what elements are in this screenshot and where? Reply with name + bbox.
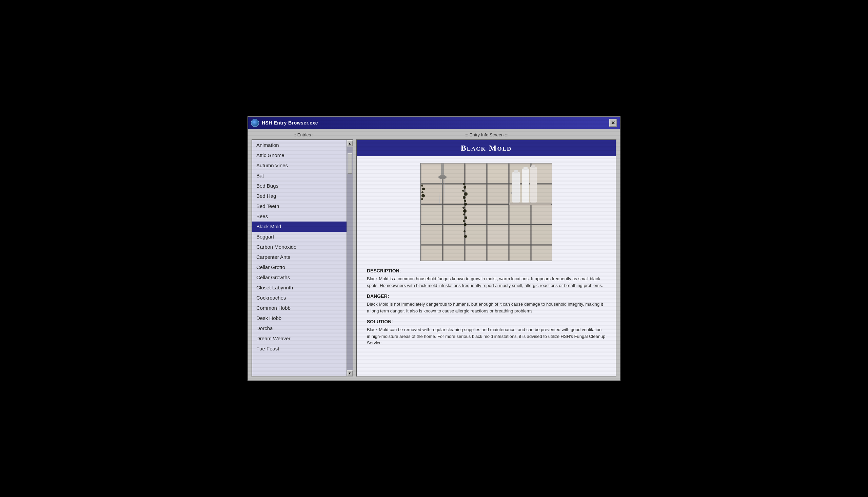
- list-item[interactable]: Attic Gnome: [252, 150, 347, 160]
- entries-list: AnimationAttic GnomeAutumn VinesBatBed B…: [252, 140, 347, 354]
- list-item[interactable]: Fae Feast: [252, 344, 347, 354]
- close-button[interactable]: ✕: [609, 119, 617, 127]
- svg-point-41: [462, 190, 464, 192]
- svg-rect-35: [444, 246, 464, 261]
- list-item[interactable]: Bed Bugs: [252, 181, 347, 191]
- svg-point-42: [464, 193, 468, 196]
- list-item[interactable]: Desk Hobb: [252, 313, 347, 323]
- app-icon: [251, 119, 259, 127]
- list-item[interactable]: Carpenter Ants: [252, 252, 347, 262]
- scroll-thumb[interactable]: [348, 153, 352, 174]
- list-item[interactable]: Closet Labyrinth: [252, 283, 347, 293]
- description-text: Black Mold is a common household fungus …: [367, 275, 606, 289]
- svg-rect-24: [466, 205, 486, 224]
- svg-rect-39: [532, 246, 552, 261]
- svg-point-50: [465, 216, 467, 219]
- svg-point-52: [464, 223, 467, 226]
- list-item[interactable]: Autumn Vines: [252, 160, 347, 171]
- svg-point-57: [422, 191, 424, 193]
- title-bar-left: HSH Entry Browser.exe: [251, 119, 318, 127]
- list-item[interactable]: Bat: [252, 171, 347, 181]
- title-bar: HSH Entry Browser.exe ✕: [248, 117, 620, 129]
- danger-text: Black Mold is not immediately dangerous …: [367, 301, 606, 314]
- svg-rect-16: [422, 185, 442, 203]
- svg-rect-33: [532, 226, 552, 244]
- svg-rect-65: [524, 167, 528, 170]
- scroll-track: [347, 146, 353, 370]
- list-scroll-area: AnimationAttic GnomeAutumn VinesBatBed B…: [252, 140, 347, 376]
- svg-point-69: [438, 175, 446, 179]
- svg-rect-26: [510, 205, 530, 224]
- svg-rect-19: [488, 185, 508, 203]
- svg-point-51: [463, 220, 465, 222]
- list-item[interactable]: Carbon Monoxide: [252, 242, 347, 252]
- svg-rect-22: [422, 205, 442, 224]
- svg-point-43: [463, 196, 466, 199]
- info-panel: Black Mold: [356, 139, 616, 377]
- list-item[interactable]: Animation: [252, 140, 347, 150]
- svg-rect-36: [466, 246, 486, 261]
- svg-rect-38: [510, 246, 530, 261]
- entry-title: Black Mold: [461, 143, 512, 152]
- danger-header: DANGER:: [367, 294, 606, 299]
- list-panel: AnimationAttic GnomeAutumn VinesBatBed B…: [252, 139, 353, 377]
- entry-image-container: [367, 163, 606, 261]
- list-item[interactable]: Common Hobb: [252, 303, 347, 313]
- svg-point-49: [463, 213, 465, 215]
- svg-rect-64: [522, 169, 529, 202]
- content-area: AnimationAttic GnomeAutumn VinesBatBed B…: [252, 139, 616, 377]
- solution-header: SOLUTION:: [367, 319, 606, 324]
- svg-point-53: [464, 230, 466, 232]
- entry-title-bar: Black Mold: [357, 140, 616, 156]
- svg-rect-66: [530, 167, 537, 202]
- svg-point-46: [464, 203, 467, 205]
- svg-rect-12: [466, 165, 486, 183]
- list-item[interactable]: Cellar Grotto: [252, 262, 347, 272]
- mold-image: [420, 163, 552, 261]
- entries-label: :: Entries ::: [252, 132, 357, 138]
- list-item[interactable]: Bees: [252, 211, 347, 222]
- window-title: HSH Entry Browser.exe: [262, 120, 318, 126]
- scroll-up-button[interactable]: ▲: [347, 140, 353, 146]
- svg-rect-63: [514, 170, 518, 173]
- svg-point-54: [464, 235, 467, 238]
- svg-point-59: [421, 198, 423, 200]
- svg-rect-25: [488, 205, 508, 224]
- svg-point-40: [464, 186, 466, 189]
- list-item[interactable]: Black Mold: [252, 222, 347, 232]
- svg-rect-32: [510, 226, 530, 244]
- svg-point-44: [464, 200, 466, 202]
- list-item[interactable]: Bed Teeth: [252, 201, 347, 211]
- svg-rect-29: [444, 226, 464, 244]
- svg-rect-34: [422, 246, 442, 261]
- svg-point-47: [462, 207, 465, 209]
- svg-rect-60: [509, 202, 551, 205]
- svg-rect-31: [488, 226, 508, 244]
- list-item[interactable]: Boggart: [252, 232, 347, 242]
- section-labels: :: Entries :: ::: Entry Info Screen :::: [252, 132, 616, 138]
- svg-rect-17: [444, 185, 464, 203]
- list-item[interactable]: Dream Weaver: [252, 333, 347, 344]
- svg-rect-30: [466, 226, 486, 244]
- svg-point-45: [463, 183, 465, 185]
- window-body: :: Entries :: ::: Entry Info Screen ::: …: [248, 129, 620, 380]
- info-label: ::: Entry Info Screen :::: [357, 132, 616, 138]
- svg-rect-37: [488, 246, 508, 261]
- list-item[interactable]: Cellar Growths: [252, 272, 347, 283]
- entry-content: DESCRIPTION: Black Mold is a common hous…: [357, 156, 616, 356]
- svg-point-56: [422, 188, 425, 190]
- svg-point-58: [422, 194, 425, 197]
- svg-point-48: [463, 209, 467, 213]
- list-item[interactable]: Cockroaches: [252, 293, 347, 303]
- svg-rect-28: [422, 226, 442, 244]
- scroll-down-button[interactable]: ▼: [347, 370, 353, 376]
- svg-point-55: [421, 185, 423, 187]
- list-item[interactable]: Bed Hag: [252, 191, 347, 201]
- list-with-scroll: AnimationAttic GnomeAutumn VinesBatBed B…: [252, 140, 353, 376]
- svg-rect-18: [466, 185, 486, 203]
- svg-rect-13: [488, 165, 508, 183]
- svg-rect-27: [532, 205, 552, 224]
- list-item[interactable]: Dorcha: [252, 323, 347, 333]
- description-header: DESCRIPTION:: [367, 268, 606, 273]
- svg-rect-23: [444, 205, 464, 224]
